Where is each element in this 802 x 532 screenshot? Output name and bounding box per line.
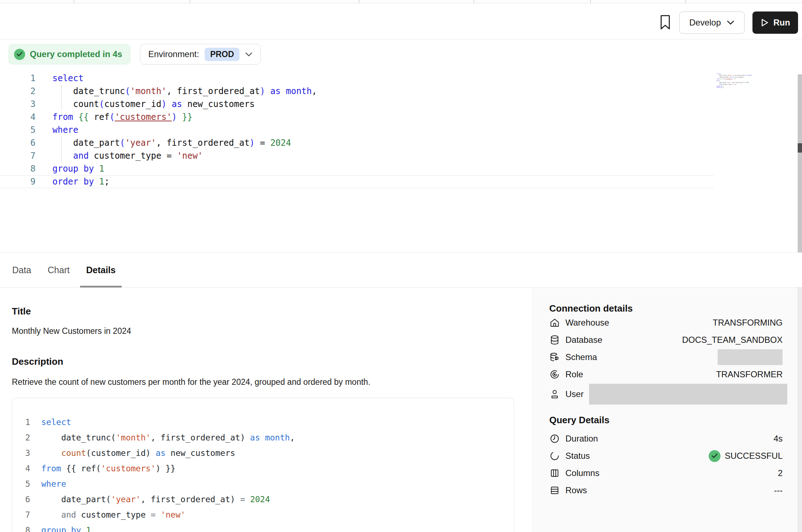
row-value: TRANSFORMING xyxy=(713,318,783,328)
line-number: 2 xyxy=(0,85,36,98)
row-value-redacted xyxy=(589,384,787,405)
line-number: 3 xyxy=(0,98,36,111)
tab-divider xyxy=(190,0,190,3)
code-line-4[interactable]: 4from {{ ref('customers') }} xyxy=(0,111,714,123)
tab-data[interactable]: Data xyxy=(12,252,31,288)
user-icon xyxy=(549,389,560,399)
line-number: 1 xyxy=(0,72,36,85)
row-label: Database xyxy=(565,335,602,345)
code-text: and customer_type = 'new' xyxy=(36,149,203,162)
row-value: 2 xyxy=(778,468,783,478)
code-line-7: 7 and customer_type = 'new' xyxy=(12,507,514,523)
success-check-icon xyxy=(709,450,721,462)
redacted-value xyxy=(718,349,783,365)
row-label: Columns xyxy=(565,468,600,478)
code-text: order by 1; xyxy=(36,175,109,188)
title-heading: Title xyxy=(12,306,531,317)
code-text: and customer_type = 'new' xyxy=(30,507,186,523)
tab-divider xyxy=(590,0,591,3)
line-number: 3 xyxy=(12,445,30,461)
scrollbar-track-lower xyxy=(798,288,802,532)
row-value: TRANSFORMER xyxy=(716,369,783,379)
line-number: 9 xyxy=(0,175,36,188)
code-text: date_trunc('month', first_ordered_at) as… xyxy=(30,430,295,445)
code-text: where xyxy=(36,123,78,136)
scrollbar-thumb[interactable] xyxy=(798,143,802,153)
connection-row-user: User xyxy=(549,383,783,405)
line-number: 1 xyxy=(12,415,30,430)
query-status-text: Query completed in 4s xyxy=(30,49,122,59)
code-text: date_part('year', first_ordered_at) = 20… xyxy=(36,136,291,149)
line-number: 8 xyxy=(0,162,36,175)
code-text: select xyxy=(30,415,71,430)
line-number: 6 xyxy=(0,136,36,149)
tab-chart[interactable]: Chart xyxy=(48,252,70,288)
results-tab-bar: Data Chart Details xyxy=(0,252,802,288)
code-text: date_part('year', first_ordered_at) = 20… xyxy=(30,492,270,507)
line-number: 5 xyxy=(0,123,36,136)
code-line-5[interactable]: 5where xyxy=(0,123,714,136)
database-icon xyxy=(549,335,560,345)
rows-icon xyxy=(549,485,560,495)
row-label: Duration xyxy=(565,434,598,444)
environment-label: Environment: xyxy=(148,49,199,59)
connection-row-schema: Schema xyxy=(549,349,783,366)
tab-divider xyxy=(74,0,74,3)
develop-label: Develop xyxy=(689,18,721,28)
tab-details[interactable]: Details xyxy=(86,252,116,288)
row-label: Status xyxy=(565,451,590,461)
check-circle-icon xyxy=(14,49,25,60)
query-details-heading: Query Details xyxy=(549,415,783,426)
role-icon xyxy=(549,369,560,379)
row-label: Schema xyxy=(565,352,597,362)
code-line-6[interactable]: 6 date_part('year', first_ordered_at) = … xyxy=(0,136,714,149)
query-status-badge: Query completed in 4s xyxy=(8,44,131,65)
code-line-1: 1select xyxy=(12,415,514,430)
develop-menu-button[interactable]: Develop xyxy=(679,11,745,34)
code-line-8[interactable]: 8group by 1 xyxy=(0,162,714,175)
description-value: Retrieve the count of new customers per … xyxy=(12,377,531,387)
code-text: group by 1 xyxy=(30,523,91,532)
code-line-5: 5where xyxy=(12,476,514,492)
tab-divider xyxy=(359,0,359,3)
row-label: User xyxy=(565,389,584,399)
code-line-1[interactable]: 1select xyxy=(0,72,714,85)
code-text: from {{ ref('customers') }} xyxy=(36,111,192,123)
code-line-4: 4from {{ ref('customers') }} xyxy=(12,461,514,476)
tab-divider xyxy=(685,0,686,3)
query-row-duration: Duration 4s xyxy=(549,430,783,447)
line-number: 2 xyxy=(12,430,30,445)
row-label: Role xyxy=(565,369,583,379)
code-text: select xyxy=(36,72,84,85)
code-text: where xyxy=(30,476,66,492)
bookmark-icon[interactable] xyxy=(658,13,672,32)
code-line-2[interactable]: 2 date_trunc('month', first_ordered_at) … xyxy=(0,85,714,98)
environment-value-badge: PROD xyxy=(205,48,239,61)
line-number: 7 xyxy=(0,149,36,162)
sql-editor[interactable]: 1select2 date_trunc('month', first_order… xyxy=(0,72,714,251)
header-bar: Develop Run xyxy=(0,4,802,39)
code-line-3[interactable]: 3 count(customer_id) as new_customers xyxy=(0,98,714,111)
columns-icon xyxy=(549,468,560,478)
browser-tab-strip xyxy=(0,0,802,3)
indent-guide xyxy=(61,137,62,162)
row-label: Warehouse xyxy=(565,318,609,328)
chevron-down-icon xyxy=(727,20,735,25)
run-label: Run xyxy=(773,18,790,28)
code-text: group by 1 xyxy=(36,162,104,175)
code-text: from {{ ref('customers') }} xyxy=(30,461,176,476)
row-value-redacted xyxy=(718,349,783,365)
code-line-7[interactable]: 7 and customer_type = 'new' xyxy=(0,149,714,162)
code-text: count(customer_id) as new_customers xyxy=(30,445,235,461)
run-button[interactable]: Run xyxy=(752,11,798,34)
supplied-sql-code-block: 1select2 date_trunc('month', first_order… xyxy=(12,398,514,532)
minimap[interactable]: 1select2 date_trunc('month', first_order… xyxy=(717,73,759,98)
code-line-9[interactable]: 9order by 1; xyxy=(0,175,714,188)
environment-selector[interactable]: Environment: PROD xyxy=(140,44,261,65)
code-line-6: 6 date_part('year', first_ordered_at) = … xyxy=(12,492,514,507)
schema-icon xyxy=(549,352,560,362)
play-icon xyxy=(760,18,769,27)
row-value: 4s xyxy=(774,434,783,444)
redacted-value xyxy=(589,384,787,405)
row-value: --- xyxy=(774,485,783,495)
